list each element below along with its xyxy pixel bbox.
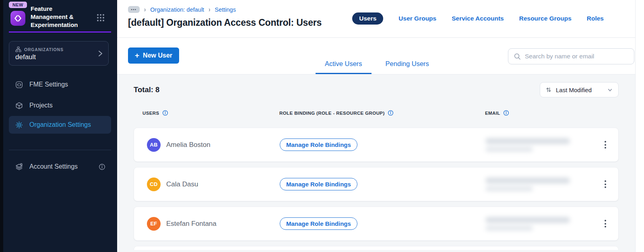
column-role-binding: ROLE BINDING (ROLE - RESOURCE GROUP) [279, 110, 485, 116]
breadcrumb: ••• › Organization: default › Settings [128, 6, 236, 13]
sidebar-item-label: FME Settings [29, 81, 68, 88]
grid-dots-icon[interactable] [96, 13, 105, 22]
kebab-menu-icon[interactable] [600, 216, 611, 232]
sidebar-item-organization-settings[interactable]: Organization Settings [9, 116, 111, 134]
organization-switcher[interactable]: ORGANIZATIONS default [9, 41, 109, 66]
info-icon[interactable] [99, 163, 105, 170]
sidebar-item-label: Projects [29, 102, 53, 109]
info-icon[interactable] [503, 110, 509, 116]
manage-role-bindings-button[interactable]: Manage Role Bindings [280, 178, 357, 190]
email-redacted [485, 217, 573, 231]
search-icon [514, 53, 521, 60]
main-area: ••• › Organization: default › Settings [… [117, 0, 635, 252]
avatar: CD [147, 178, 161, 191]
organizations-label: ORGANIZATIONS [24, 47, 64, 52]
breadcrumb-link-settings[interactable]: Settings [215, 6, 236, 13]
access-control-nav: Users User Groups Service Accounts Resou… [352, 12, 604, 25]
tab-active-users[interactable]: Active Users [316, 60, 372, 74]
page-header: ••• › Organization: default › Settings [… [117, 0, 635, 38]
search-box [508, 48, 634, 64]
table-row-partial [134, 246, 619, 250]
brand-title: Feature Management & Experimentation [31, 5, 91, 29]
email-redacted [485, 178, 573, 191]
sidebar-divider [9, 150, 111, 150]
purple-accent-divider [9, 31, 111, 33]
new-badge: NEW [9, 2, 27, 8]
sort-value: Last Modified [556, 87, 603, 93]
nav-tab-service-accounts[interactable]: Service Accounts [452, 15, 504, 22]
column-email: EMAIL [485, 110, 600, 116]
info-icon[interactable] [388, 110, 394, 116]
users-list: AB Amelia Boston Manage Role Bindings [134, 128, 619, 250]
tab-pending-users[interactable]: Pending Users [376, 60, 438, 74]
manage-role-bindings-button[interactable]: Manage Role Bindings [280, 217, 357, 230]
chevron-right-icon [97, 50, 103, 58]
right-gutter [635, 0, 644, 252]
total-count: Total: 8 [134, 85, 159, 94]
users-table-section: Total: 8 Last Modified [117, 74, 635, 252]
avatar: AB [147, 138, 161, 152]
sort-dropdown[interactable]: Last Modified [540, 82, 619, 97]
chevron-down-icon [607, 87, 613, 93]
cube-icon [14, 101, 23, 110]
sidebar-item-projects[interactable]: Projects [9, 97, 111, 114]
breadcrumb-link-organization[interactable]: Organization: default [150, 6, 204, 13]
nav-tab-roles[interactable]: Roles [587, 15, 604, 22]
breadcrumb-separator: › [144, 6, 146, 13]
info-icon[interactable] [162, 110, 168, 116]
sidebar-item-label: Organization Settings [29, 121, 91, 128]
table-row: EF Estefan Fontana Manage Role Bindings [134, 207, 619, 241]
nav-tab-user-groups[interactable]: User Groups [398, 15, 436, 22]
kebab-menu-icon[interactable] [600, 137, 611, 153]
plus-icon: + [135, 51, 139, 60]
user-name: Amelia Boston [166, 141, 211, 149]
nav-tab-resource-groups[interactable]: Resource Groups [519, 15, 572, 22]
nav-tab-users[interactable]: Users [352, 12, 383, 25]
new-user-button[interactable]: + New User [128, 48, 179, 64]
user-state-tabs: Active Users Pending Users [316, 60, 438, 74]
user-name: Estefan Fontana [166, 220, 217, 228]
email-redacted [485, 138, 573, 152]
screen-edge-strip [0, 0, 3, 252]
organization-name: default [15, 53, 36, 61]
table-row: AB Amelia Boston Manage Role Bindings [134, 128, 619, 162]
table-row: CD Cala Dasu Manage Role Bindings [134, 167, 619, 201]
column-users: USERS [142, 110, 279, 116]
sidebar: NEW Feature Management & Experimentation [3, 0, 117, 252]
kebab-menu-icon[interactable] [600, 176, 611, 192]
sort-arrows-icon [545, 87, 552, 93]
toolbar: + New User Active Users Pending Users [117, 38, 635, 74]
search-input[interactable] [525, 53, 629, 60]
table-header-row: USERS ROLE BINDING (ROLE - RESOURCE GROU… [134, 110, 619, 116]
avatar: EF [147, 217, 161, 231]
layers-icon [14, 163, 23, 171]
split-logo-icon [10, 11, 25, 26]
sidebar-item-account-settings[interactable]: Account Settings [9, 158, 111, 176]
breadcrumb-ellipsis-button[interactable]: ••• [128, 6, 140, 13]
app-screen: NEW Feature Management & Experimentation [0, 0, 644, 252]
manage-role-bindings-button[interactable]: Manage Role Bindings [280, 138, 357, 151]
breadcrumb-separator: › [208, 6, 210, 13]
sidebar-item-fme-settings[interactable]: FME Settings [9, 76, 111, 93]
split-outline-icon [14, 81, 23, 89]
gear-icon [14, 121, 23, 129]
user-name: Cala Dasu [166, 180, 198, 188]
sidebar-item-label: Account Settings [29, 163, 78, 170]
page-title: [default] Organization Access Control: U… [128, 17, 322, 28]
org-tree-icon [15, 46, 21, 52]
